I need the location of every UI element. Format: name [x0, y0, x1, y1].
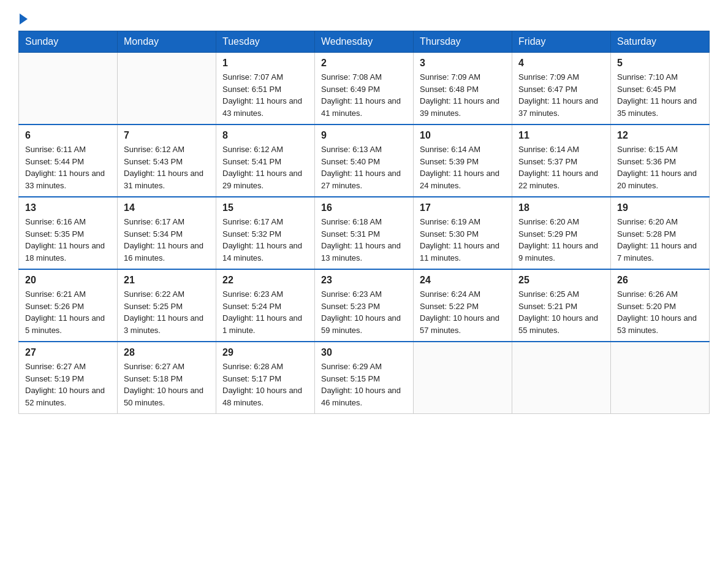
day-number: 3 — [420, 58, 506, 69]
day-info: Sunrise: 6:11 AMSunset: 5:44 PMDaylight:… — [25, 144, 111, 191]
day-number: 13 — [25, 202, 111, 213]
calendar-cell: 2Sunrise: 7:08 AMSunset: 6:49 PMDaylight… — [315, 53, 414, 125]
day-info: Sunrise: 7:09 AMSunset: 6:47 PMDaylight:… — [518, 71, 604, 119]
weekday-header-tuesday: Tuesday — [216, 31, 315, 53]
week-row-2: 6Sunrise: 6:11 AMSunset: 5:44 PMDaylight… — [19, 124, 710, 197]
logo — [18, 12, 28, 25]
calendar-cell: 6Sunrise: 6:11 AMSunset: 5:44 PMDaylight… — [19, 124, 118, 197]
day-info: Sunrise: 6:15 AMSunset: 5:36 PMDaylight:… — [617, 144, 703, 191]
calendar-cell — [118, 53, 216, 125]
day-number: 11 — [518, 130, 604, 141]
week-row-5: 27Sunrise: 6:27 AMSunset: 5:19 PMDayligh… — [19, 342, 710, 414]
calendar-cell: 10Sunrise: 6:14 AMSunset: 5:39 PMDayligh… — [414, 124, 512, 197]
calendar-cell — [611, 342, 710, 414]
calendar-cell: 24Sunrise: 6:24 AMSunset: 5:22 PMDayligh… — [414, 269, 512, 342]
day-info: Sunrise: 6:24 AMSunset: 5:22 PMDaylight:… — [420, 288, 506, 336]
day-info: Sunrise: 6:12 AMSunset: 5:43 PMDaylight:… — [124, 144, 210, 191]
day-number: 23 — [321, 275, 407, 286]
header — [18, 12, 710, 25]
weekday-header-sunday: Sunday — [19, 31, 118, 53]
calendar-cell: 8Sunrise: 6:12 AMSunset: 5:41 PMDaylight… — [216, 124, 315, 197]
day-number: 25 — [518, 275, 604, 286]
calendar-cell: 30Sunrise: 6:29 AMSunset: 5:15 PMDayligh… — [315, 342, 414, 414]
calendar-cell: 18Sunrise: 6:20 AMSunset: 5:29 PMDayligh… — [512, 197, 611, 269]
calendar-cell: 16Sunrise: 6:18 AMSunset: 5:31 PMDayligh… — [315, 197, 414, 269]
day-number: 10 — [420, 130, 506, 141]
week-row-3: 13Sunrise: 6:16 AMSunset: 5:35 PMDayligh… — [19, 197, 710, 269]
calendar-cell: 28Sunrise: 6:27 AMSunset: 5:18 PMDayligh… — [118, 342, 216, 414]
calendar-cell — [512, 342, 611, 414]
day-info: Sunrise: 6:26 AMSunset: 5:20 PMDaylight:… — [617, 288, 703, 336]
calendar-cell — [414, 342, 512, 414]
day-number: 8 — [222, 130, 308, 141]
day-number: 2 — [321, 58, 407, 69]
weekday-header-monday: Monday — [118, 31, 216, 53]
day-info: Sunrise: 6:20 AMSunset: 5:29 PMDaylight:… — [518, 216, 604, 264]
day-number: 17 — [420, 202, 506, 213]
day-number: 14 — [124, 202, 210, 213]
calendar-cell: 23Sunrise: 6:23 AMSunset: 5:23 PMDayligh… — [315, 269, 414, 342]
day-number: 22 — [222, 275, 308, 286]
day-info: Sunrise: 6:27 AMSunset: 5:19 PMDaylight:… — [25, 361, 111, 408]
day-info: Sunrise: 6:17 AMSunset: 5:34 PMDaylight:… — [124, 216, 210, 264]
day-number: 18 — [518, 202, 604, 213]
day-info: Sunrise: 7:09 AMSunset: 6:48 PMDaylight:… — [420, 71, 506, 119]
calendar-cell: 3Sunrise: 7:09 AMSunset: 6:48 PMDaylight… — [414, 53, 512, 125]
week-row-1: 1Sunrise: 7:07 AMSunset: 6:51 PMDaylight… — [19, 53, 710, 125]
day-info: Sunrise: 6:21 AMSunset: 5:26 PMDaylight:… — [25, 288, 111, 336]
day-number: 6 — [25, 130, 111, 141]
day-number: 5 — [617, 58, 703, 69]
day-info: Sunrise: 6:14 AMSunset: 5:39 PMDaylight:… — [420, 144, 506, 191]
day-number: 26 — [617, 275, 703, 286]
day-info: Sunrise: 6:28 AMSunset: 5:17 PMDaylight:… — [222, 361, 308, 408]
calendar-cell: 27Sunrise: 6:27 AMSunset: 5:19 PMDayligh… — [19, 342, 118, 414]
day-number: 28 — [124, 347, 210, 358]
day-info: Sunrise: 7:08 AMSunset: 6:49 PMDaylight:… — [321, 71, 407, 119]
calendar-table: SundayMondayTuesdayWednesdayThursdayFrid… — [18, 31, 710, 414]
calendar-cell: 26Sunrise: 6:26 AMSunset: 5:20 PMDayligh… — [611, 269, 710, 342]
calendar-cell: 5Sunrise: 7:10 AMSunset: 6:45 PMDaylight… — [611, 53, 710, 125]
day-number: 30 — [321, 347, 407, 358]
calendar-cell: 15Sunrise: 6:17 AMSunset: 5:32 PMDayligh… — [216, 197, 315, 269]
day-info: Sunrise: 7:10 AMSunset: 6:45 PMDaylight:… — [617, 71, 703, 119]
day-number: 9 — [321, 130, 407, 141]
day-number: 12 — [617, 130, 703, 141]
day-number: 27 — [25, 347, 111, 358]
day-info: Sunrise: 6:29 AMSunset: 5:15 PMDaylight:… — [321, 361, 407, 408]
logo-arrow-icon — [20, 13, 28, 25]
calendar-cell: 19Sunrise: 6:20 AMSunset: 5:28 PMDayligh… — [611, 197, 710, 269]
calendar-cell: 14Sunrise: 6:17 AMSunset: 5:34 PMDayligh… — [118, 197, 216, 269]
calendar-cell: 13Sunrise: 6:16 AMSunset: 5:35 PMDayligh… — [19, 197, 118, 269]
calendar-cell: 22Sunrise: 6:23 AMSunset: 5:24 PMDayligh… — [216, 269, 315, 342]
day-info: Sunrise: 6:20 AMSunset: 5:28 PMDaylight:… — [617, 216, 703, 264]
calendar-cell: 21Sunrise: 6:22 AMSunset: 5:25 PMDayligh… — [118, 269, 216, 342]
weekday-header-wednesday: Wednesday — [315, 31, 414, 53]
day-info: Sunrise: 6:23 AMSunset: 5:23 PMDaylight:… — [321, 288, 407, 336]
day-number: 15 — [222, 202, 308, 213]
day-info: Sunrise: 6:14 AMSunset: 5:37 PMDaylight:… — [518, 144, 604, 191]
day-info: Sunrise: 6:18 AMSunset: 5:31 PMDaylight:… — [321, 216, 407, 264]
week-row-4: 20Sunrise: 6:21 AMSunset: 5:26 PMDayligh… — [19, 269, 710, 342]
day-info: Sunrise: 6:25 AMSunset: 5:21 PMDaylight:… — [518, 288, 604, 336]
calendar-cell: 9Sunrise: 6:13 AMSunset: 5:40 PMDaylight… — [315, 124, 414, 197]
calendar-cell: 20Sunrise: 6:21 AMSunset: 5:26 PMDayligh… — [19, 269, 118, 342]
calendar-cell: 25Sunrise: 6:25 AMSunset: 5:21 PMDayligh… — [512, 269, 611, 342]
day-number: 1 — [222, 58, 308, 69]
day-number: 20 — [25, 275, 111, 286]
day-number: 7 — [124, 130, 210, 141]
calendar-cell: 12Sunrise: 6:15 AMSunset: 5:36 PMDayligh… — [611, 124, 710, 197]
day-info: Sunrise: 6:12 AMSunset: 5:41 PMDaylight:… — [222, 144, 308, 191]
day-info: Sunrise: 7:07 AMSunset: 6:51 PMDaylight:… — [222, 71, 308, 119]
weekday-header-friday: Friday — [512, 31, 611, 53]
day-info: Sunrise: 6:23 AMSunset: 5:24 PMDaylight:… — [222, 288, 308, 336]
day-number: 19 — [617, 202, 703, 213]
day-number: 16 — [321, 202, 407, 213]
day-number: 4 — [518, 58, 604, 69]
calendar-cell: 1Sunrise: 7:07 AMSunset: 6:51 PMDaylight… — [216, 53, 315, 125]
day-info: Sunrise: 6:16 AMSunset: 5:35 PMDaylight:… — [25, 216, 111, 264]
weekday-header-row: SundayMondayTuesdayWednesdayThursdayFrid… — [19, 31, 710, 53]
day-info: Sunrise: 6:27 AMSunset: 5:18 PMDaylight:… — [124, 361, 210, 408]
calendar-cell: 7Sunrise: 6:12 AMSunset: 5:43 PMDaylight… — [118, 124, 216, 197]
day-number: 29 — [222, 347, 308, 358]
calendar-cell — [19, 53, 118, 125]
